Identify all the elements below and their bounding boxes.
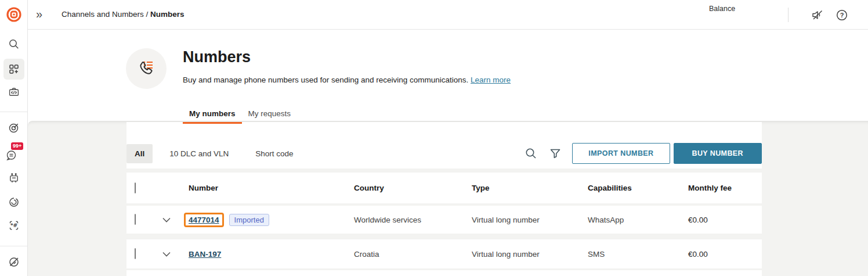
column-header-type[interactable]: Type (472, 184, 588, 192)
table-toolbar: All 10 DLC and VLN Short code IMPORT NUM… (126, 122, 762, 169)
select-all-checkbox[interactable] (135, 182, 136, 193)
balance-label[interactable]: Balance (709, 5, 735, 13)
content-area: All 10 DLC and VLN Short code IMPORT NUM… (28, 121, 868, 276)
import-number-button[interactable]: IMPORT NUMBER (572, 143, 670, 164)
sidebar-divider (0, 112, 27, 112)
mute-notifications-icon[interactable] (811, 9, 824, 21)
conversations-chat-icon (5, 149, 18, 162)
breadcrumb-parent[interactable]: Channels and Numbers / (62, 10, 150, 19)
type-filter-group: All 10 DLC and VLN Short code (126, 144, 303, 163)
learn-more-link[interactable]: Learn more (471, 76, 511, 84)
developer-tools-icon[interactable] (8, 86, 20, 98)
row-checkbox[interactable] (135, 214, 136, 225)
toolbar-actions: IMPORT NUMBER BUY NUMBER (525, 143, 762, 164)
page-description: Buy and manage phone numbers used for se… (183, 76, 511, 84)
phone-list-icon (135, 57, 158, 80)
answers-robot-icon[interactable] (8, 173, 20, 184)
imported-badge: Imported (229, 214, 269, 226)
column-header-country[interactable]: Country (354, 184, 472, 192)
sidebar-item-channels-apps[interactable] (3, 59, 24, 80)
cell-capabilities: SMS (588, 250, 688, 259)
top-bar: » Channels and Numbers / Numbers Balance… (28, 0, 868, 30)
number-link[interactable]: 4477014 (189, 216, 219, 224)
buy-number-button[interactable]: BUY NUMBER (674, 143, 762, 164)
filter-short-code[interactable]: Short code (245, 144, 303, 163)
search-icon[interactable] (8, 38, 20, 50)
cell-country: Worldwide services (354, 216, 472, 224)
compass-slash-icon[interactable] (8, 256, 20, 268)
column-header-capabilities[interactable]: Capabilities (588, 184, 688, 192)
infobip-logo-icon[interactable] (6, 7, 21, 22)
breadcrumb-current: Numbers (150, 10, 185, 19)
cell-capabilities: WhatsApp (588, 216, 688, 224)
chevron-down-icon[interactable] (162, 217, 171, 223)
icon-sidebar: 99+ *# (0, 0, 28, 276)
help-icon[interactable]: ? (836, 9, 848, 21)
tab-my-requests[interactable]: My requests (242, 103, 298, 126)
table-row-partial (126, 270, 762, 276)
filter-all[interactable]: All (126, 144, 153, 163)
svg-text:?: ? (840, 12, 844, 19)
filter-funnel-icon[interactable] (549, 147, 562, 160)
page-title: Numbers (183, 48, 251, 66)
cell-type: Virtual long number (472, 216, 588, 224)
sidebar-divider (0, 246, 27, 246)
page-header: Numbers Buy and manage phone numbers use… (28, 30, 868, 121)
cell-monthly-fee: €0.00 (688, 250, 762, 259)
apps-grid-plus-icon (8, 63, 20, 75)
table-header-row: Number Country Type Capabilities Monthly… (126, 173, 762, 203)
tab-my-numbers[interactable]: My numbers (183, 103, 242, 126)
sidebar-expand-icon[interactable]: » (36, 6, 42, 21)
breadcrumb[interactable]: Channels and Numbers / Numbers (62, 10, 185, 19)
numbers-product-avatar (126, 48, 167, 89)
topbar-divider (788, 8, 789, 22)
filter-10dlc-vln[interactable]: 10 DLC and VLN (160, 144, 238, 163)
tab-bar: My numbers My requests (183, 103, 297, 126)
column-header-number[interactable]: Number (189, 184, 354, 192)
dial-codes-icon[interactable]: *# (8, 220, 20, 231)
search-icon[interactable] (525, 147, 537, 160)
number-link[interactable]: BAN-197 (189, 250, 221, 259)
row-checkbox[interactable] (135, 248, 136, 259)
cell-country: Croatia (354, 250, 472, 259)
column-header-monthly-fee[interactable]: Monthly fee (688, 184, 762, 192)
swirl-icon[interactable] (8, 196, 20, 208)
annotation-highlight-box: 4477014 (184, 213, 224, 227)
page-description-text: Buy and manage phone numbers used for se… (183, 76, 468, 84)
moments-target-icon[interactable] (8, 122, 20, 134)
table-row: BAN-197 Croatia Virtual long number SMS … (126, 239, 762, 268)
chevron-down-icon[interactable] (162, 252, 171, 257)
sidebar-item-conversations[interactable]: 99+ (0, 142, 28, 166)
table-row: 4477014 Imported Worldwide services Virt… (126, 206, 762, 234)
svg-text:*#: *# (10, 223, 17, 228)
cell-type: Virtual long number (472, 250, 588, 259)
cell-monthly-fee: €0.00 (688, 216, 762, 224)
